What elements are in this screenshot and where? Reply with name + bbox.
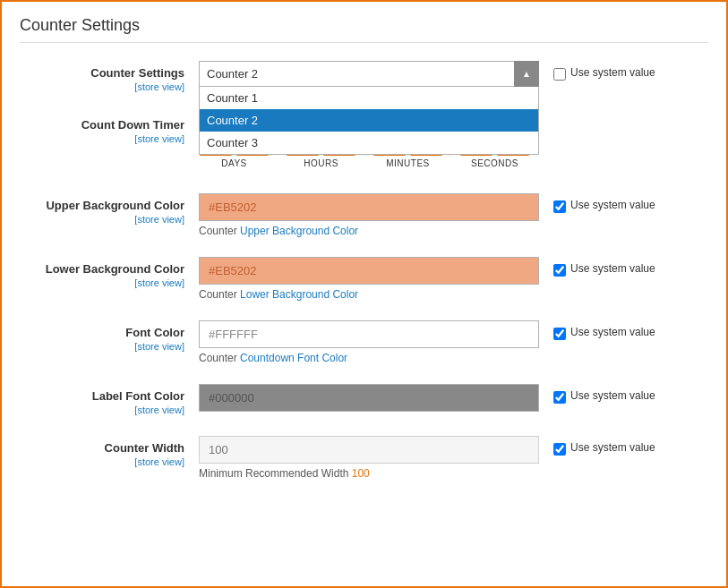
lower-bg-label-col: Lower Background Color [store view] <box>20 257 199 289</box>
lower-bg-checkbox[interactable] <box>553 264 566 277</box>
countdown-label: Count Down Timer <box>20 118 184 132</box>
counter-width-checkbox-wrap: Use system value <box>553 441 655 456</box>
upper-bg-checkbox-wrap: Use system value <box>553 199 655 213</box>
page-wrapper: Counter Settings Counter Settings [store… <box>0 0 728 588</box>
timer-days-label: DAYS <box>221 158 247 168</box>
countdown-label-col: Count Down Timer [store view] <box>20 113 199 145</box>
counter-settings-checkbox[interactable] <box>553 68 566 81</box>
counter-width-label-col: Counter Width [store view] <box>20 436 199 468</box>
counter-settings-row: Counter Settings [store view] Counter 2 … <box>20 61 708 93</box>
timer-hours-label: HOURS <box>304 158 338 168</box>
counter-dropdown-value: Counter 2 <box>207 67 258 81</box>
counter-option-3[interactable]: Counter 3 <box>200 132 538 154</box>
font-color-input[interactable] <box>199 320 539 348</box>
counter-width-hint: Minimum Recommended Width 100 <box>199 467 539 480</box>
counter-width-hint-text: Minimum Recommended Width <box>199 467 352 480</box>
label-font-color-checkbox-wrap: Use system value <box>553 389 655 404</box>
font-color-system-label: Use system value <box>570 326 655 340</box>
counter-width-field: Minimum Recommended Width 100 <box>199 436 539 480</box>
counter-option-2[interactable]: Counter 2 <box>200 109 538 132</box>
upper-bg-system-label: Use system value <box>570 199 655 213</box>
label-font-color-store-view: [store view] <box>134 405 184 415</box>
counter-settings-system-label: Use system value <box>570 66 655 81</box>
font-color-checkbox[interactable] <box>553 328 566 340</box>
counter-width-store-view: [store view] <box>134 456 184 467</box>
upper-bg-color-row: Upper Background Color [store view] Coun… <box>20 193 708 237</box>
timer-minutes-label: MINUTES <box>386 158 430 168</box>
counter-dropdown-arrow[interactable]: ▲ <box>514 61 539 87</box>
label-font-color-label-col: Label Font Color [store view] <box>20 384 199 416</box>
lower-bg-store-view: [store view] <box>134 277 184 288</box>
counter-width-system-value: Use system value <box>539 436 655 456</box>
upper-bg-label: Upper Background Color <box>20 199 184 212</box>
font-color-row: Font Color [store view] Counter Countdow… <box>20 320 708 364</box>
upper-bg-store-view: [store view] <box>134 214 184 225</box>
counter-settings-store-view: [store view] <box>134 81 184 92</box>
font-color-hint: Counter Countdown Font Color <box>199 352 539 364</box>
counter-settings-label: Counter Settings <box>20 66 184 80</box>
lower-bg-color-row: Lower Background Color [store view] Coun… <box>20 257 708 301</box>
timer-seconds-label: SECONDS <box>471 158 518 168</box>
label-font-color-row: Label Font Color [store view] Use system… <box>20 384 708 416</box>
label-font-color-system-value: Use system value <box>539 384 655 404</box>
upper-bg-hint-prefix: Counter <box>199 225 240 237</box>
upper-bg-system-value: Use system value <box>539 193 655 213</box>
label-font-color-system-label: Use system value <box>570 389 655 404</box>
counter-dropdown-wrapper: Counter 2 ▲ Counter 1 Counter 2 Counter … <box>199 61 539 87</box>
lower-bg-hint-prefix: Counter <box>199 288 240 301</box>
font-color-label: Font Color <box>20 326 184 339</box>
upper-bg-input[interactable] <box>199 193 539 221</box>
counter-settings-label-col: Counter Settings [store view] <box>20 61 199 93</box>
counter-width-label: Counter Width <box>20 441 184 455</box>
counter-width-row: Counter Width [store view] Minimum Recom… <box>20 436 708 480</box>
lower-bg-field: Counter Lower Background Color <box>199 257 539 301</box>
label-font-color-field <box>199 384 539 412</box>
countdown-store-view: [store view] <box>134 133 184 144</box>
font-color-store-view: [store view] <box>134 341 184 352</box>
page-title: Counter Settings <box>20 16 708 43</box>
counter-width-hint-value: 100 <box>352 467 370 480</box>
counter-settings-checkbox-wrap: Use system value <box>553 66 655 81</box>
font-color-field: Counter Countdown Font Color <box>199 320 539 364</box>
lower-bg-label: Lower Background Color <box>20 262 184 276</box>
label-font-color-label: Label Font Color <box>20 389 184 403</box>
lower-bg-system-value: Use system value <box>539 257 655 277</box>
label-font-color-checkbox[interactable] <box>553 391 566 404</box>
font-color-system-value: Use system value <box>539 320 655 340</box>
counter-dropdown-input[interactable]: Counter 2 <box>199 61 539 87</box>
counter-settings-system-value: Use system value <box>539 61 655 81</box>
label-font-color-input[interactable] <box>199 384 539 412</box>
font-color-hint-link: Countdown Font Color <box>240 352 347 364</box>
upper-bg-label-col: Upper Background Color [store view] <box>20 193 199 226</box>
counter-option-1[interactable]: Counter 1 <box>200 87 538 109</box>
upper-bg-checkbox[interactable] <box>553 200 566 213</box>
font-color-hint-prefix: Counter <box>199 352 240 364</box>
counter-width-checkbox[interactable] <box>553 443 566 456</box>
lower-bg-input[interactable] <box>199 257 539 285</box>
counter-dropdown-list: Counter 1 Counter 2 Counter 3 <box>199 87 539 155</box>
upper-bg-hint-link: Upper Background Color <box>240 225 358 237</box>
lower-bg-hint: Counter Lower Background Color <box>199 288 539 301</box>
counter-width-input[interactable] <box>199 436 539 464</box>
upper-bg-field: Counter Upper Background Color <box>199 193 539 237</box>
lower-bg-system-label: Use system value <box>570 262 655 277</box>
lower-bg-hint-link: Lower Background Color <box>240 288 358 301</box>
upper-bg-hint: Counter Upper Background Color <box>199 225 539 237</box>
counter-settings-field: Counter 2 ▲ Counter 1 Counter 2 Counter … <box>199 61 539 87</box>
font-color-label-col: Font Color [store view] <box>20 320 199 353</box>
lower-bg-checkbox-wrap: Use system value <box>553 262 655 277</box>
font-color-checkbox-wrap: Use system value <box>553 326 655 340</box>
counter-width-system-label: Use system value <box>570 441 655 456</box>
